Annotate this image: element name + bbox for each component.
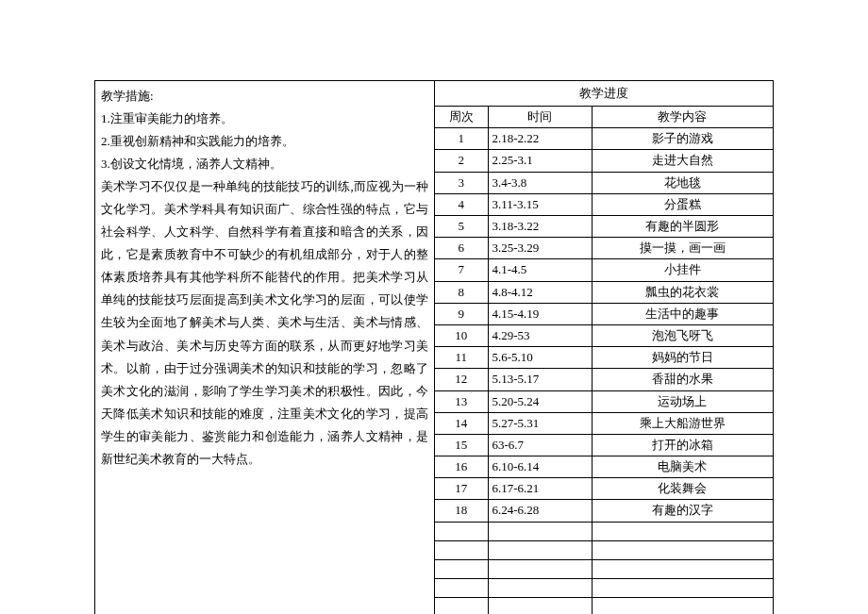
- cell-week: 8: [435, 281, 488, 303]
- cell-week: 18: [435, 500, 488, 522]
- header-content: 教学内容: [592, 107, 773, 128]
- cell-week: 13: [435, 390, 488, 412]
- measure-2: 2.重视创新精神和实践能力的培养。: [101, 130, 428, 153]
- cell-content: [592, 578, 773, 597]
- cell-time: 4.15-4.19: [488, 303, 592, 324]
- measures-paragraph: 美术学习不仅仅是一种单纯的技能技巧的训练,而应视为一种文化学习。美术学科具有知识…: [101, 175, 428, 471]
- cell-content: 走进大自然: [592, 150, 773, 172]
- cell-content: 泡泡飞呀飞: [592, 324, 773, 346]
- cell-week: 10: [435, 324, 488, 346]
- schedule-header-row: 周次 时间 教学内容: [435, 107, 773, 128]
- table-row: [435, 559, 773, 578]
- left-column: 教学措施: 1.注重审美能力的培养。 2.重视创新精神和实践能力的培养。 3.创…: [95, 81, 435, 614]
- cell-time: 5.27-5.31: [488, 412, 592, 434]
- cell-time: 3.4-3.8: [488, 172, 592, 193]
- table-row: [435, 522, 773, 540]
- cell-content: 乘上大船游世界: [592, 412, 773, 434]
- cell-week: 14: [435, 412, 488, 434]
- cell-time: [488, 597, 592, 614]
- cell-time: 2.18-2.22: [488, 128, 592, 150]
- cell-content: 运动场上: [592, 390, 773, 412]
- document-container: 教学措施: 1.注重审美能力的培养。 2.重视创新精神和实践能力的培养。 3.创…: [94, 80, 774, 614]
- cell-time: 3.18-3.22: [488, 216, 592, 238]
- cell-time: 3.25-3.29: [488, 238, 592, 259]
- table-row: 53.18-3.22有趣的半圆形: [435, 216, 773, 238]
- cell-time: 5.13-5.17: [488, 369, 592, 390]
- cell-content: [592, 540, 773, 559]
- cell-time: 3.11-3.15: [488, 193, 592, 215]
- table-row: 12.18-2.22影子的游戏: [435, 128, 773, 150]
- cell-week: 9: [435, 303, 488, 324]
- cell-week: 16: [435, 456, 488, 478]
- table-row: 176.17-6.21化装舞会: [435, 478, 773, 500]
- cell-content: 生活中的趣事: [592, 303, 773, 324]
- cell-week: 15: [435, 434, 488, 456]
- cell-week: 11: [435, 347, 488, 369]
- cell-week: 17: [435, 478, 488, 500]
- cell-content: 香甜的水果: [592, 369, 773, 390]
- cell-time: 6.17-6.21: [488, 478, 592, 500]
- cell-week: 3: [435, 172, 488, 193]
- table-row: 104.29-53泡泡飞呀飞: [435, 324, 773, 346]
- cell-content: 妈妈的节日: [592, 347, 773, 369]
- cell-week: [435, 578, 488, 597]
- cell-time: [488, 540, 592, 559]
- table-row: 115.6-5.10妈妈的节日: [435, 347, 773, 369]
- cell-week: [435, 559, 488, 578]
- cell-content: 小挂件: [592, 259, 773, 281]
- cell-week: [435, 540, 488, 559]
- cell-time: 6.10-6.14: [488, 456, 592, 478]
- cell-time: 63-6.7: [488, 434, 592, 456]
- table-row: 63.25-3.29摸一摸，画一画: [435, 238, 773, 259]
- cell-content: 电脑美术: [592, 456, 773, 478]
- measure-1: 1.注重审美能力的培养。: [101, 108, 428, 130]
- cell-content: 瓢虫的花衣裳: [592, 281, 773, 303]
- cell-content: 化装舞会: [592, 478, 773, 500]
- right-column: 教学进度 周次 时间 教学内容 12.18-2.22影子的游戏22.25-3.1…: [435, 81, 773, 614]
- cell-week: [435, 597, 488, 614]
- table-row: 125.13-5.17香甜的水果: [435, 369, 773, 390]
- cell-content: [592, 559, 773, 578]
- measure-3: 3.创设文化情境，涵养人文精神。: [101, 153, 428, 175]
- cell-content: [592, 522, 773, 540]
- cell-time: 2.25-3.1: [488, 150, 592, 172]
- cell-content: 有趣的半圆形: [592, 216, 773, 238]
- cell-content: [592, 597, 773, 614]
- cell-content: 分蛋糕: [592, 193, 773, 215]
- cell-week: [435, 522, 488, 540]
- cell-week: 12: [435, 369, 488, 390]
- table-row: [435, 578, 773, 597]
- cell-time: [488, 578, 592, 597]
- cell-time: 6.24-6.28: [488, 500, 592, 522]
- cell-time: 5.20-5.24: [488, 390, 592, 412]
- table-row: 33.4-3.8花地毯: [435, 172, 773, 193]
- cell-week: 7: [435, 259, 488, 281]
- cell-content: 有趣的汉字: [592, 500, 773, 522]
- table-row: 94.15-4.19生活中的趣事: [435, 303, 773, 324]
- table-row: [435, 597, 773, 614]
- cell-week: 6: [435, 238, 488, 259]
- cell-content: 打开的冰箱: [592, 434, 773, 456]
- table-row: 135.20-5.24运动场上: [435, 390, 773, 412]
- schedule-title: 教学进度: [435, 81, 773, 107]
- table-row: 1563-6.7打开的冰箱: [435, 434, 773, 456]
- table-row: 84.8-4.12瓢虫的花衣裳: [435, 281, 773, 303]
- header-time: 时间: [488, 107, 592, 128]
- table-row: [435, 540, 773, 559]
- table-row: 186.24-6.28有趣的汉字: [435, 500, 773, 522]
- cell-time: 4.8-4.12: [488, 281, 592, 303]
- cell-week: 1: [435, 128, 488, 150]
- cell-content: 影子的游戏: [592, 128, 773, 150]
- cell-content: 花地毯: [592, 172, 773, 193]
- schedule-table: 周次 时间 教学内容 12.18-2.22影子的游戏22.25-3.1走进大自然…: [435, 107, 773, 614]
- cell-week: 2: [435, 150, 488, 172]
- cell-time: 4.29-53: [488, 324, 592, 346]
- cell-time: [488, 522, 592, 540]
- table-row: 145.27-5.31乘上大船游世界: [435, 412, 773, 434]
- table-row: 74.1-4.5小挂件: [435, 259, 773, 281]
- cell-time: 4.1-4.5: [488, 259, 592, 281]
- header-week: 周次: [435, 107, 488, 128]
- cell-week: 5: [435, 216, 488, 238]
- table-row: 22.25-3.1走进大自然: [435, 150, 773, 172]
- measures-heading: 教学措施:: [101, 85, 428, 108]
